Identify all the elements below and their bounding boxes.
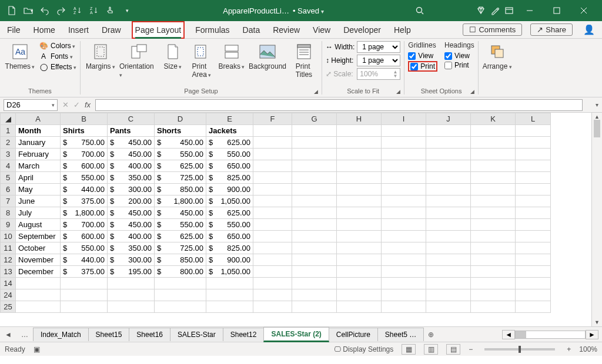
undo-icon[interactable]: [38, 4, 52, 18]
cell[interactable]: [382, 207, 426, 219]
sheet-nav-prev[interactable]: ◄: [0, 331, 16, 339]
row-header[interactable]: 4: [1, 160, 16, 172]
cell[interactable]: November: [16, 254, 61, 266]
margins-button[interactable]: Margins: [84, 41, 117, 70]
sheet-options-launcher[interactable]: ◢: [470, 89, 474, 95]
cell[interactable]: [382, 219, 426, 231]
comments-button[interactable]: ☐ Comments: [463, 23, 522, 36]
cell[interactable]: [337, 231, 382, 242]
zoom-out-button[interactable]: −: [469, 345, 473, 353]
cell[interactable]: [16, 301, 61, 313]
sheet-tab[interactable]: SALES-Star (2): [263, 327, 329, 342]
col-header-B[interactable]: B: [61, 113, 108, 125]
col-header-J[interactable]: J: [426, 113, 471, 125]
cell[interactable]: $825.00: [206, 172, 253, 184]
cell[interactable]: [61, 278, 108, 289]
cell[interactable]: January: [16, 137, 61, 149]
col-header-H[interactable]: H: [337, 113, 382, 125]
open-file-icon[interactable]: ▾: [21, 4, 35, 18]
scale-launcher[interactable]: ◢: [396, 89, 400, 95]
cell[interactable]: $350.00: [108, 172, 155, 184]
cell[interactable]: [426, 125, 471, 137]
row-header[interactable]: 14: [1, 278, 16, 289]
effects-button[interactable]: ◯Effects: [39, 62, 76, 72]
cell[interactable]: [382, 301, 426, 313]
col-header-C[interactable]: C: [108, 113, 155, 125]
cell[interactable]: $900.00: [206, 254, 253, 266]
cell[interactable]: [516, 137, 551, 149]
cell[interactable]: $600.00: [61, 231, 108, 242]
cell[interactable]: $700.00: [61, 149, 108, 160]
cell[interactable]: [426, 137, 471, 149]
cell[interactable]: [337, 149, 382, 160]
cell[interactable]: [382, 184, 426, 196]
cell[interactable]: [108, 278, 155, 289]
zoom-level[interactable]: 100%: [579, 345, 597, 353]
gridlines-print-checkbox[interactable]: Print: [408, 61, 437, 72]
sheet-tab[interactable]: Index_Match: [33, 328, 89, 341]
cell[interactable]: April: [16, 172, 61, 184]
cell[interactable]: [253, 125, 292, 137]
cell[interactable]: May: [16, 184, 61, 196]
cell[interactable]: [337, 242, 382, 254]
cell[interactable]: [471, 278, 516, 289]
sheet-tab[interactable]: Sheet5 …: [377, 328, 424, 341]
cell[interactable]: [426, 266, 471, 278]
cell[interactable]: [292, 278, 337, 289]
cell[interactable]: [155, 289, 206, 301]
cell[interactable]: $650.00: [206, 231, 253, 242]
cell[interactable]: [253, 184, 292, 196]
cell[interactable]: [426, 160, 471, 172]
cell[interactable]: [471, 196, 516, 207]
new-sheet-button[interactable]: ⊕: [423, 331, 439, 339]
cell[interactable]: $450.00: [108, 137, 155, 149]
display-settings-button[interactable]: 🖵 Display Settings: [334, 345, 393, 353]
diamond-icon[interactable]: [474, 4, 488, 18]
cell[interactable]: [471, 242, 516, 254]
cell[interactable]: [382, 160, 426, 172]
print-titles-button[interactable]: Print Titles: [290, 41, 318, 79]
cell[interactable]: [516, 266, 551, 278]
row-header[interactable]: 13: [1, 266, 16, 278]
cell[interactable]: [292, 289, 337, 301]
cell[interactable]: [61, 289, 108, 301]
print-area-button[interactable]: Print Area: [188, 41, 216, 79]
cell[interactable]: [337, 196, 382, 207]
cell[interactable]: [382, 242, 426, 254]
row-header[interactable]: 8: [1, 207, 16, 219]
cell[interactable]: $625.00: [206, 207, 253, 219]
cell[interactable]: [516, 242, 551, 254]
cell[interactable]: $450.00: [155, 207, 206, 219]
cell[interactable]: $650.00: [206, 160, 253, 172]
share-button[interactable]: ↗ Share: [530, 23, 573, 36]
row-header[interactable]: 6: [1, 184, 16, 196]
cell[interactable]: [337, 266, 382, 278]
cell[interactable]: [426, 219, 471, 231]
tab-insert[interactable]: Insert: [66, 22, 91, 38]
cell[interactable]: $700.00: [61, 219, 108, 231]
cancel-formula-icon[interactable]: ✕: [62, 100, 69, 109]
zoom-in-button[interactable]: +: [567, 345, 571, 353]
cell[interactable]: Jackets: [206, 125, 253, 137]
cell[interactable]: [337, 301, 382, 313]
cell[interactable]: [337, 289, 382, 301]
tab-home[interactable]: Home: [31, 22, 58, 38]
formula-expand-icon[interactable]: ▾: [596, 102, 598, 108]
cell[interactable]: [471, 301, 516, 313]
cell[interactable]: [426, 254, 471, 266]
fonts-button[interactable]: AFonts: [39, 52, 76, 61]
cell[interactable]: [253, 196, 292, 207]
tab-review[interactable]: Review: [270, 22, 302, 38]
sort-desc-icon[interactable]: ZA: [87, 4, 101, 18]
cell[interactable]: $1,800.00: [61, 207, 108, 219]
cell[interactable]: [382, 125, 426, 137]
cell[interactable]: $1,050.00: [206, 266, 253, 278]
sheet-tab[interactable]: Sheet16: [129, 328, 170, 341]
cell[interactable]: $450.00: [108, 219, 155, 231]
tab-formulas[interactable]: Formulas: [193, 22, 232, 38]
cell[interactable]: [337, 254, 382, 266]
cell[interactable]: [426, 301, 471, 313]
col-header-L[interactable]: L: [516, 113, 551, 125]
cell[interactable]: $550.00: [206, 149, 253, 160]
col-header-F[interactable]: F: [253, 113, 292, 125]
